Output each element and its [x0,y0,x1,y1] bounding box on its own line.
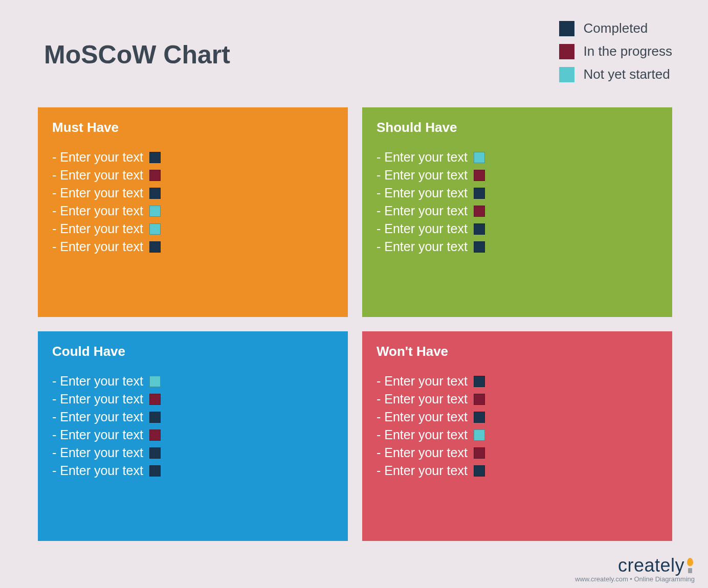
brand-name: creately [618,555,684,576]
legend-item-not-started: Not yet started [559,66,672,82]
list-item[interactable]: - Enter your text [52,239,334,254]
item-text: - Enter your text [52,150,143,165]
status-icon [474,447,485,459]
item-text: - Enter your text [52,203,143,218]
status-icon [149,170,161,181]
diagram-canvas: MoSCoW Chart Completed In the progress N… [0,0,708,588]
item-text: - Enter your text [377,203,468,218]
item-text: - Enter your text [52,374,143,389]
status-icon [149,376,161,387]
status-icon [474,465,485,477]
item-list: - Enter your text - Enter your text - En… [377,374,658,478]
status-icon [474,223,485,235]
list-item[interactable]: - Enter your text [377,427,658,442]
item-list: - Enter your text - Enter your text - En… [52,150,334,254]
list-item[interactable]: - Enter your text [52,168,334,183]
list-item[interactable]: - Enter your text [377,374,658,389]
item-list: - Enter your text - Enter your text - En… [377,150,658,254]
quadrant-must-have[interactable]: Must Have - Enter your text - Enter your… [38,107,348,317]
status-icon [149,206,161,217]
list-item[interactable]: - Enter your text [52,392,334,406]
item-text: - Enter your text [377,445,468,460]
item-text: - Enter your text [377,463,468,478]
item-text: - Enter your text [52,427,143,442]
quadrant-title: Should Have [377,120,658,135]
quadrant-title: Must Have [52,120,334,135]
list-item[interactable]: - Enter your text [52,463,334,478]
status-icon [474,429,485,441]
status-swatch-not-started [559,67,574,82]
status-icon [474,241,485,253]
status-icon [474,376,485,387]
item-text: - Enter your text [52,168,143,183]
list-item[interactable]: - Enter your text [52,221,334,236]
moscow-grid: Must Have - Enter your text - Enter your… [38,107,672,541]
status-icon [474,412,485,423]
lightbulb-icon [685,558,695,573]
quadrant-title: Won't Have [377,344,658,359]
item-text: - Enter your text [377,168,468,183]
item-text: - Enter your text [377,150,468,165]
item-text: - Enter your text [377,392,468,406]
list-item[interactable]: - Enter your text [52,186,334,200]
list-item[interactable]: - Enter your text [377,150,658,165]
list-item[interactable]: - Enter your text [377,463,658,478]
item-text: - Enter your text [377,427,468,442]
status-icon [149,241,161,253]
list-item[interactable]: - Enter your text [52,203,334,218]
list-item[interactable]: - Enter your text [377,445,658,460]
item-list: - Enter your text - Enter your text - En… [52,374,334,478]
legend-item-completed: Completed [559,20,672,36]
item-text: - Enter your text [52,410,143,424]
footer: creately www.creately.com • Online Diagr… [575,555,695,583]
status-icon [149,394,161,405]
status-icon [474,206,485,217]
status-swatch-completed [559,21,574,36]
list-item[interactable]: - Enter your text [377,203,658,218]
item-text: - Enter your text [52,239,143,254]
legend-label: Not yet started [584,66,670,82]
legend-label: In the progress [584,43,672,59]
brand-tagline: www.creately.com • Online Diagramming [575,575,695,583]
quadrant-title: Could Have [52,344,334,359]
list-item[interactable]: - Enter your text [377,392,658,406]
status-icon [474,394,485,405]
status-icon [149,447,161,459]
legend: Completed In the progress Not yet starte… [559,20,672,82]
item-text: - Enter your text [52,392,143,406]
list-item[interactable]: - Enter your text [52,150,334,165]
item-text: - Enter your text [377,374,468,389]
quadrant-could-have[interactable]: Could Have - Enter your text - Enter you… [38,331,348,541]
item-text: - Enter your text [377,410,468,424]
list-item[interactable]: - Enter your text [52,427,334,442]
item-text: - Enter your text [377,186,468,200]
quadrant-wont-have[interactable]: Won't Have - Enter your text - Enter you… [362,331,672,541]
status-icon [149,412,161,423]
item-text: - Enter your text [52,463,143,478]
list-item[interactable]: - Enter your text [377,168,658,183]
item-text: - Enter your text [377,239,468,254]
list-item[interactable]: - Enter your text [52,445,334,460]
list-item[interactable]: - Enter your text [377,186,658,200]
list-item[interactable]: - Enter your text [377,410,658,424]
status-swatch-in-progress [559,44,574,59]
status-icon [474,152,485,163]
list-item[interactable]: - Enter your text [52,410,334,424]
item-text: - Enter your text [377,221,468,236]
legend-label: Completed [584,20,648,36]
status-icon [149,152,161,163]
list-item[interactable]: - Enter your text [377,221,658,236]
status-icon [474,170,485,181]
brand-logo: creately [575,555,695,576]
item-text: - Enter your text [52,445,143,460]
quadrant-should-have[interactable]: Should Have - Enter your text - Enter yo… [362,107,672,317]
list-item[interactable]: - Enter your text [377,239,658,254]
status-icon [149,223,161,235]
status-icon [149,188,161,199]
page-title: MoSCoW Chart [44,40,230,70]
status-icon [149,465,161,477]
status-icon [474,188,485,199]
legend-item-in-progress: In the progress [559,43,672,59]
item-text: - Enter your text [52,186,143,200]
list-item[interactable]: - Enter your text [52,374,334,389]
